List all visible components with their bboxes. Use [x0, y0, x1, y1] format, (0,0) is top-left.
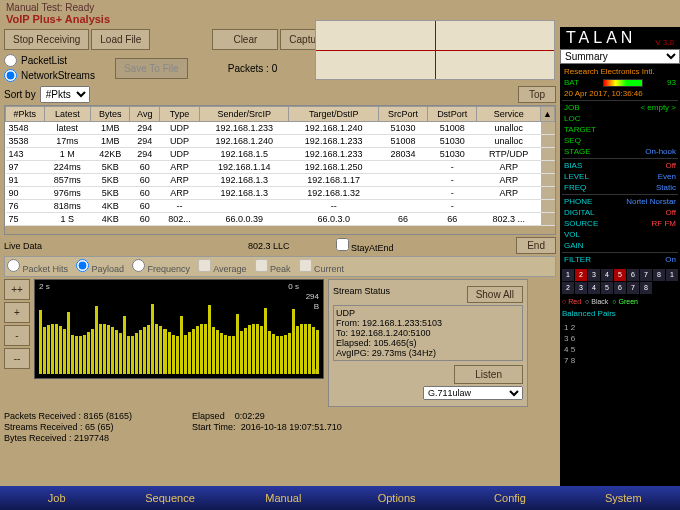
zoom-in-button[interactable]: +: [4, 302, 30, 323]
scrollbar[interactable]: ▲: [541, 107, 555, 122]
balanced-pairs-label: Balanced Pairs: [560, 307, 680, 320]
summary-select[interactable]: Summary: [560, 49, 680, 64]
table-row[interactable]: 76818ms4KB60-----: [6, 200, 555, 213]
status-text: Manual Test: Ready: [6, 2, 110, 13]
packet-hits-radio[interactable]: [7, 259, 20, 272]
table-row[interactable]: 97224ms5KB60ARP192.168.1.14192.168.1.250…: [6, 161, 555, 174]
footer-config[interactable]: Config: [453, 486, 566, 510]
balanced-pairs-list: 1 23 64 57 8: [560, 320, 680, 368]
codec-select[interactable]: G.711ulaw: [423, 386, 523, 400]
networkstreams-label: NetworkStreams: [21, 70, 95, 81]
col-header[interactable]: Latest: [44, 107, 90, 122]
top-button[interactable]: Top: [518, 86, 556, 103]
col-header[interactable]: Service: [477, 107, 541, 122]
packetlist-radio[interactable]: [4, 54, 17, 67]
load-file-button[interactable]: Load File: [91, 29, 150, 50]
end-button[interactable]: End: [516, 237, 556, 254]
col-header[interactable]: SrcPort: [378, 107, 427, 122]
pair-grid: 1234567812345678: [560, 267, 680, 296]
table-row[interactable]: 91857ms5KB60ARP192.168.1.3192.168.1.17-A…: [6, 174, 555, 187]
average-checkbox: [198, 259, 211, 272]
footer-system[interactable]: System: [567, 486, 680, 510]
packetlist-label: PacketList: [21, 55, 67, 66]
stay-at-end-checkbox[interactable]: [336, 238, 349, 251]
zoom-out-fast-button[interactable]: --: [4, 348, 30, 369]
col-header[interactable]: #Pkts: [6, 107, 45, 122]
col-header[interactable]: Type: [160, 107, 200, 122]
table-row[interactable]: 3548latest1MB294UDP192.168.1.233192.168.…: [6, 122, 555, 135]
waveform-scope: [315, 20, 555, 80]
current-checkbox: [299, 259, 312, 272]
page-title: VoIP Plus+ Analysis: [6, 13, 110, 25]
table-row[interactable]: 1431 M42KB294UDP192.168.1.5192.168.1.233…: [6, 148, 555, 161]
zoom-in-fast-button[interactable]: ++: [4, 279, 30, 300]
packets-label: Packets :: [228, 63, 269, 74]
sort-label: Sort by: [4, 89, 36, 100]
table-row[interactable]: 353817ms1MB294UDP192.168.1.240192.168.1.…: [6, 135, 555, 148]
zoom-out-button[interactable]: -: [4, 325, 30, 346]
col-header[interactable]: Target/DstIP: [289, 107, 378, 122]
table-row[interactable]: 90976ms5KB60ARP192.168.1.3192.168.1.32-A…: [6, 187, 555, 200]
stream-status-panel: Stream StatusShow All UDP From: 192.168.…: [328, 279, 528, 407]
live-data-label: Live Data: [4, 241, 42, 251]
col-header[interactable]: DstPort: [428, 107, 477, 122]
clear-button[interactable]: Clear: [212, 29, 278, 50]
streams-table[interactable]: #PktsLatestBytesAvgTypeSender/SrcIPTarge…: [4, 105, 556, 235]
show-all-button[interactable]: Show All: [467, 286, 523, 303]
footer-nav: JobSequenceManualOptionsConfigSystem: [0, 486, 680, 510]
status-panel: Research Electronics Intl. BAT93 20 Apr …: [560, 64, 680, 267]
logo: TALANV 3.0: [560, 27, 680, 49]
sort-select[interactable]: #Pkts: [40, 86, 90, 103]
stay-label: StayAtEnd: [351, 243, 394, 253]
pair-legend: Red Black Green: [560, 296, 680, 307]
col-header[interactable]: Sender/SrcIP: [200, 107, 289, 122]
frequency-radio[interactable]: [132, 259, 145, 272]
payload-chart: 2 s 0 s 294 B 0: [34, 279, 324, 379]
networkstreams-radio[interactable]: [4, 69, 17, 82]
footer-manual[interactable]: Manual: [227, 486, 340, 510]
footer-options[interactable]: Options: [340, 486, 453, 510]
stop-receiving-button[interactable]: Stop Receiving: [4, 29, 89, 50]
packets-count: 0: [272, 63, 278, 74]
llc-label: 802.3 LLC: [248, 241, 290, 251]
col-header[interactable]: Bytes: [91, 107, 130, 122]
peak-checkbox: [255, 259, 268, 272]
footer-job[interactable]: Job: [0, 486, 113, 510]
table-row[interactable]: 751 S4KB60802...66.0.0.3966.0.3.06666802…: [6, 213, 555, 226]
listen-button[interactable]: Listen: [454, 365, 523, 384]
col-header[interactable]: Avg: [130, 107, 160, 122]
save-to-file-button: Save To File: [115, 58, 188, 79]
payload-radio[interactable]: [76, 259, 89, 272]
footer-sequence[interactable]: Sequence: [113, 486, 226, 510]
